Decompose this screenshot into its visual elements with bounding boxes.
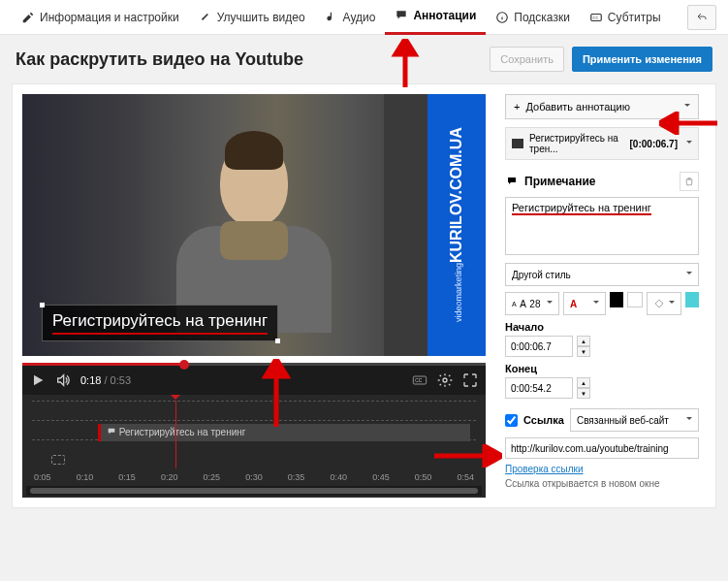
note-icon — [325, 11, 338, 24]
apply-button[interactable]: Применить изменения — [572, 47, 712, 72]
brand-overlay: videomarketing KURILOV.COM.UA — [427, 94, 486, 356]
svg-point-5 — [443, 378, 447, 382]
chevron-down-icon — [547, 301, 553, 307]
save-button[interactable]: Сохранить — [490, 47, 564, 72]
editor-tabs: Информация и настройки Улучшить видео Ау… — [0, 0, 728, 35]
play-icon[interactable] — [30, 372, 46, 388]
end-stepper[interactable]: ▲▼ — [577, 377, 590, 399]
link-verify[interactable]: Проверка ссылки — [505, 464, 584, 474]
annotation-list-item[interactable]: Регистрируйтесь на трен... [0:00:06.7] — [505, 127, 699, 160]
title-bar: Как раскрутить видео на Youtube Сохранит… — [0, 35, 728, 83]
timeline-scrollbar[interactable] — [26, 486, 482, 496]
link-label: Ссылка — [523, 414, 564, 426]
video-title: Как раскрутить видео на Youtube — [16, 49, 303, 70]
volume-icon[interactable] — [55, 372, 71, 388]
tab-enhance[interactable]: Улучшить видео — [189, 0, 315, 35]
info-icon — [495, 11, 509, 24]
annotation-overlay[interactable]: Регистрируйтесь на тренинг — [42, 305, 278, 341]
end-label: Конец — [505, 363, 699, 374]
player-controls: 0:18 / 0:53 CC — [22, 366, 486, 395]
link-type-select[interactable]: Связанный веб-сайт — [570, 408, 699, 432]
annotation-thumb — [512, 139, 523, 148]
cc-icon: CC — [589, 11, 603, 24]
bg-color-select[interactable] — [647, 292, 681, 315]
wand-icon — [199, 11, 212, 24]
chevron-down-icon — [669, 301, 675, 307]
progress-bar[interactable] — [22, 363, 486, 366]
start-stepper[interactable]: ▲▼ — [577, 336, 590, 357]
workspace: videomarketing KURILOV.COM.UA Регистриру… — [12, 83, 716, 508]
link-checkbox[interactable] — [505, 414, 518, 427]
delete-annotation-button[interactable] — [680, 172, 699, 191]
add-annotation-button[interactable]: + Добавить аннотацию — [505, 94, 699, 119]
trash-icon — [684, 176, 694, 187]
chevron-down-icon — [686, 272, 692, 277]
back-arrow-icon — [695, 12, 709, 23]
bucket-icon — [653, 298, 665, 309]
tab-subtitles[interactable]: CC Субтитры — [580, 0, 671, 35]
time-current: 0:18 / 0:53 — [80, 374, 131, 386]
tab-annotations[interactable]: Аннотации — [385, 0, 486, 35]
font-size-select[interactable]: AA 28 — [505, 292, 559, 315]
pencil-icon — [21, 11, 35, 24]
speech-icon — [395, 9, 408, 22]
timeline-empty-marker — [51, 455, 65, 465]
chevron-down-icon — [686, 141, 692, 146]
link-url-input[interactable] — [505, 437, 699, 459]
svg-text:CC: CC — [415, 378, 422, 383]
annotation-text-input[interactable]: Регистрируйтесь на тренинг — [505, 197, 699, 255]
chevron-down-icon — [684, 104, 690, 110]
tab-audio[interactable]: Аудио — [315, 0, 386, 35]
video-player[interactable]: videomarketing KURILOV.COM.UA Регистриру… — [22, 94, 486, 356]
sidebar: + Добавить аннотацию Регистрируйтесь на … — [495, 84, 709, 507]
left-pane: videomarketing KURILOV.COM.UA Регистриру… — [13, 84, 495, 507]
timeline-ticks: 0:050:100:150:200:250:300:350:400:450:50… — [32, 468, 476, 482]
color-swatch-white[interactable] — [627, 292, 642, 307]
chevron-down-icon — [686, 417, 692, 423]
style-select[interactable]: Другой стиль — [505, 263, 699, 286]
timeline-annotation[interactable]: Регистрируйтесь на тренинг — [98, 424, 470, 441]
tab-cards[interactable]: Подсказки — [486, 0, 580, 35]
back-button[interactable] — [687, 5, 716, 30]
end-time-input[interactable] — [505, 377, 573, 399]
link-hint: Ссылка открывается в новом окне — [505, 478, 699, 489]
speech-icon — [107, 427, 116, 436]
color-swatch-black[interactable] — [610, 292, 623, 307]
font-color-select[interactable]: A — [563, 292, 606, 315]
timeline[interactable]: Регистрируйтесь на тренинг 0:050:100:150… — [22, 395, 486, 498]
note-section-header: Примечание — [505, 172, 699, 191]
chevron-down-icon — [593, 301, 599, 307]
settings-icon[interactable] — [437, 372, 453, 388]
tab-info[interactable]: Информация и настройки — [12, 0, 189, 35]
svg-text:CC: CC — [592, 15, 598, 19]
fullscreen-icon[interactable] — [462, 372, 478, 388]
start-time-input[interactable] — [505, 336, 573, 357]
color-swatch-cyan[interactable] — [685, 292, 699, 307]
speech-icon — [505, 176, 519, 187]
timeline-cursor[interactable] — [175, 401, 176, 468]
plus-icon: + — [514, 101, 520, 113]
cc-toggle-icon[interactable]: CC — [412, 372, 427, 388]
start-label: Начало — [505, 321, 699, 333]
